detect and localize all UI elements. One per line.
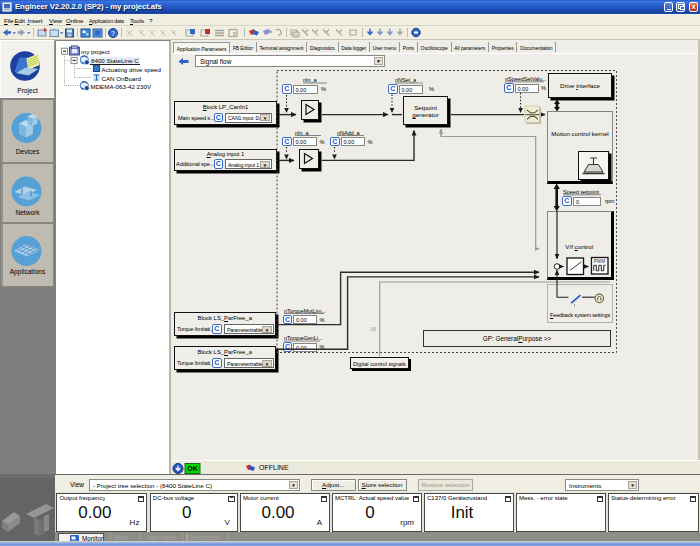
svg-text:PWM: PWM <box>594 259 605 264</box>
svg-text:OK: OK <box>187 465 198 472</box>
svg-text:16: 16 <box>370 326 376 332</box>
